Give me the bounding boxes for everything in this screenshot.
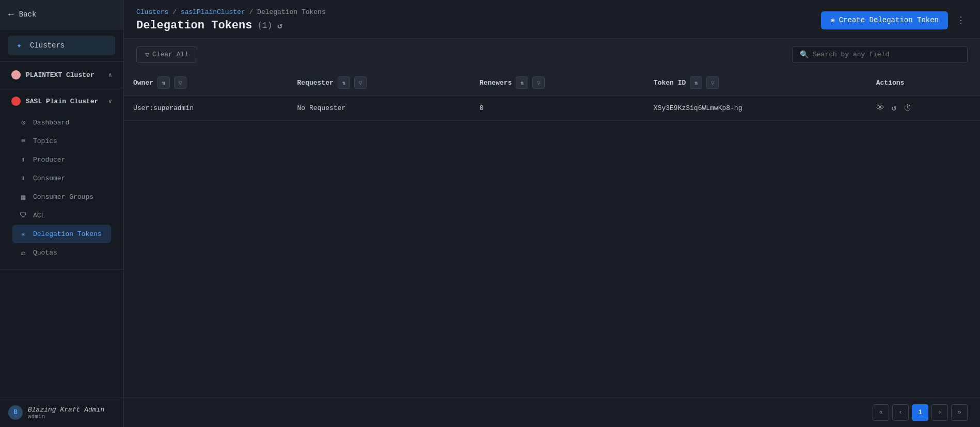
breadcrumb-sep1: /	[172, 8, 181, 16]
sidebar-item-consumer-groups[interactable]: ▦ Consumer Groups	[12, 187, 111, 206]
back-button[interactable]: ← Back	[0, 0, 123, 29]
requester-sort-button[interactable]: ⇅	[338, 76, 350, 89]
requester-value: No Requester	[297, 104, 346, 112]
sidebar-item-dashboard[interactable]: ⊙ Dashboard	[12, 113, 111, 132]
requester-filter-button[interactable]: ▽	[354, 76, 367, 89]
sasl-cluster-group: SASL Plain Cluster ∨ ⊙ Dashboard ≡ Topic…	[0, 88, 123, 270]
back-arrow-icon: ←	[8, 9, 14, 20]
first-page-button[interactable]: «	[873, 404, 889, 421]
renew-action-icon[interactable]: ↺	[892, 103, 897, 113]
sidebar-item-delegation-tokens[interactable]: ✳ Delegation Tokens	[12, 225, 111, 243]
toolbar: ▽ Clear All 🔍	[124, 39, 980, 70]
sasl-cluster-name: SASL Plain Cluster	[26, 98, 103, 105]
plaintext-cluster-header[interactable]: PLAINTEXT Cluster ∧	[8, 66, 115, 84]
owner-sort-button[interactable]: ⇅	[157, 76, 170, 89]
token-id-sort-button[interactable]: ⇅	[690, 76, 702, 89]
owner-col-label: Owner	[133, 79, 153, 87]
header-right: ⊕ Create Delegation Token ⋮	[821, 11, 968, 29]
sidebar-item-acl[interactable]: 🛡 ACL	[12, 206, 111, 225]
back-label: Back	[19, 10, 37, 19]
plaintext-cluster-dot	[11, 70, 21, 80]
topics-icon: ≡	[19, 136, 28, 146]
owner-value: User:superadmin	[133, 104, 194, 112]
create-btn-plus-icon: ⊕	[830, 16, 834, 25]
consumer-label: Consumer	[33, 175, 65, 182]
header-left: Clusters / saslPlainCluster / Delegation…	[136, 8, 326, 32]
page-title: Delegation Tokens (1) ↺	[136, 19, 326, 32]
search-icon: 🔍	[800, 50, 809, 59]
producer-label: Producer	[33, 156, 65, 164]
refresh-icon[interactable]: ↺	[277, 21, 282, 31]
producer-icon: ⬆	[19, 155, 28, 164]
col-requester: Requester ⇅ ▽	[288, 70, 470, 96]
clusters-icon: ✦	[13, 40, 25, 51]
breadcrumb-clusters[interactable]: Clusters	[136, 8, 168, 16]
prev-page-button[interactable]: ‹	[892, 404, 909, 421]
more-options-icon[interactable]: ⋮	[954, 12, 968, 28]
dashboard-icon: ⊙	[19, 118, 28, 127]
last-page-button[interactable]: »	[951, 404, 968, 421]
page-header: Clusters / saslPlainCluster / Delegation…	[124, 0, 980, 39]
actions-cell: 👁 ↺ ⏱	[876, 103, 971, 113]
sidebar-item-clusters[interactable]: ✦ Clusters	[8, 36, 115, 55]
sidebar-item-producer[interactable]: ⬆ Producer	[12, 150, 111, 169]
clusters-section: ✦ Clusters	[0, 29, 123, 62]
sidebar-item-topics[interactable]: ≡ Topics	[12, 132, 111, 150]
clear-all-button[interactable]: ▽ Clear All	[136, 46, 197, 63]
consumer-groups-icon: ▦	[19, 192, 28, 201]
owner-filter-button[interactable]: ▽	[174, 76, 186, 89]
actions-col-label: Actions	[876, 79, 905, 87]
search-input[interactable]	[813, 51, 960, 58]
breadcrumb-sep2: /	[249, 8, 257, 16]
cell-token-id: XSy3E9KzSiq6WLmwKp8-hg	[644, 96, 867, 121]
create-delegation-token-button[interactable]: ⊕ Create Delegation Token	[821, 11, 948, 29]
requester-col-label: Requester	[297, 79, 334, 87]
next-page-button[interactable]: ›	[931, 404, 948, 421]
page-title-text: Delegation Tokens	[136, 19, 252, 32]
delegation-tokens-icon: ✳	[19, 229, 28, 239]
pagination: « ‹ 1 › »	[124, 398, 980, 427]
plaintext-chevron-icon: ∧	[108, 71, 112, 79]
user-name: Blazing Kraft Admin	[28, 406, 104, 414]
search-box: 🔍	[792, 46, 968, 63]
table-body: User:superadmin No Requester 0 XSy3E9KzS…	[124, 96, 980, 121]
renewers-value: 0	[480, 104, 484, 112]
main-content: Clusters / saslPlainCluster / Delegation…	[124, 0, 980, 427]
sidebar: ← Back ✦ Clusters PLAINTEXT Cluster ∧ SA…	[0, 0, 124, 427]
quotas-icon: ⚖	[19, 248, 28, 257]
token-id-filter-button[interactable]: ▽	[706, 76, 719, 89]
table-container: Owner ⇅ ▽ Requester ⇅ ▽	[124, 70, 980, 398]
dashboard-label: Dashboard	[33, 119, 69, 126]
sasl-chevron-icon: ∨	[108, 98, 112, 105]
breadcrumb-section: Delegation Tokens	[257, 8, 326, 16]
create-btn-label: Create Delegation Token	[839, 16, 939, 24]
delegation-tokens-label: Delegation Tokens	[33, 230, 102, 238]
delegation-tokens-table: Owner ⇅ ▽ Requester ⇅ ▽	[124, 70, 980, 121]
sasl-cluster-dot	[11, 97, 21, 106]
table-header-row: Owner ⇅ ▽ Requester ⇅ ▽	[124, 70, 980, 96]
acl-label: ACL	[33, 212, 45, 219]
sidebar-item-consumer[interactable]: ⬇ Consumer	[12, 169, 111, 187]
token-id-col-label: Token ID	[654, 79, 686, 87]
breadcrumb-cluster-name[interactable]: saslPlainCluster	[181, 8, 245, 16]
view-action-icon[interactable]: 👁	[876, 103, 884, 113]
user-role: admin	[28, 414, 104, 420]
cell-requester: No Requester	[288, 96, 470, 121]
sasl-cluster-header[interactable]: SASL Plain Cluster ∨	[8, 92, 115, 110]
consumer-groups-label: Consumer Groups	[33, 193, 93, 201]
clusters-label: Clusters	[30, 41, 65, 50]
cell-owner: User:superadmin	[124, 96, 288, 121]
token-id-value: XSy3E9KzSiq6WLmwKp8-hg	[654, 104, 742, 112]
expire-action-icon[interactable]: ⏱	[904, 103, 912, 113]
col-token-id: Token ID ⇅ ▽	[644, 70, 867, 96]
current-page-button[interactable]: 1	[912, 404, 928, 421]
col-owner: Owner ⇅ ▽	[124, 70, 288, 96]
topics-label: Topics	[33, 137, 57, 145]
renewers-col-label: Renewers	[480, 79, 512, 87]
sidebar-item-quotas[interactable]: ⚖ Quotas	[12, 243, 111, 262]
user-info: Blazing Kraft Admin admin	[28, 406, 104, 420]
renewers-sort-button[interactable]: ⇅	[516, 76, 528, 89]
nav-items: ⊙ Dashboard ≡ Topics ⬆ Producer ⬇ Consum…	[8, 110, 115, 265]
renewers-filter-button[interactable]: ▽	[532, 76, 545, 89]
sidebar-footer: B Blazing Kraft Admin admin	[0, 398, 123, 427]
